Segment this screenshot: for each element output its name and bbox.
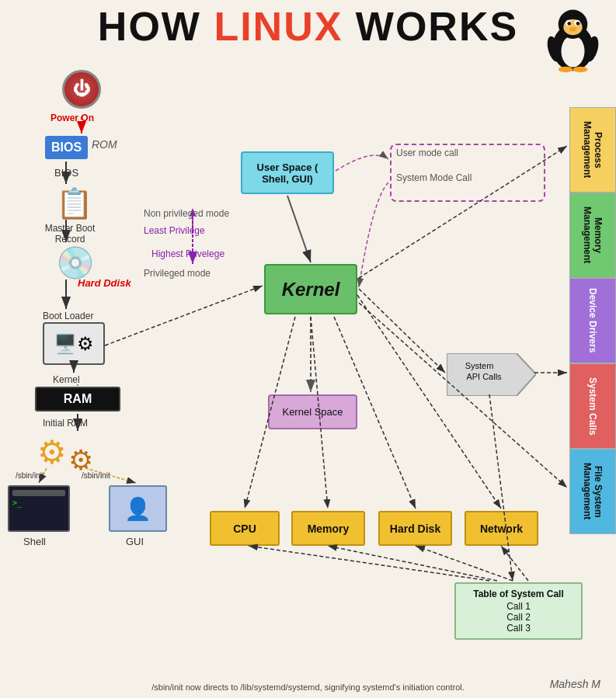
cpu-box: CPU xyxy=(210,511,280,546)
initram-label: Initial RAM xyxy=(43,418,88,429)
bios-label: BIOS xyxy=(51,141,82,155)
page-title: HOW LINUX WORKS xyxy=(0,0,616,47)
syscall-table: Table of System Call Call 1 Call 2 Call … xyxy=(454,582,583,640)
svg-point-8 xyxy=(569,27,576,32)
system-mode-call-label: System Mode Call xyxy=(396,172,472,183)
mbr-label: Master Boot Record xyxy=(43,223,97,245)
syscall-call2: Call 2 xyxy=(461,612,576,623)
svg-line-45 xyxy=(328,546,497,581)
svg-line-30 xyxy=(105,286,263,346)
non-privileged-label: Non privileged mode xyxy=(144,208,229,219)
user-space-label: User Space ( Shell, GUI) xyxy=(257,161,318,185)
right-sidebar: Process Management Memory Management Dev… xyxy=(569,107,616,534)
svg-point-6 xyxy=(567,22,571,26)
sidebar-filesystem-management: File System Management xyxy=(569,449,616,534)
main-container: HOW LINUX WORKS ⏻ xyxy=(0,0,616,698)
sidebar-system-calls: System Calls xyxy=(569,363,616,449)
cpu-label: CPU xyxy=(233,523,256,535)
title-linux: LINUX xyxy=(214,4,343,49)
kernel-box: Kernel xyxy=(264,264,357,314)
highest-privilege-label: Highest Privelege xyxy=(151,248,224,259)
memory-label: Memory xyxy=(308,523,350,535)
user-mode-call-label: User mode call xyxy=(396,148,458,158)
syscall-call3: Call 3 xyxy=(461,623,576,634)
shell-label: Shell xyxy=(23,536,46,547)
gear-left-icon: ⚙ xyxy=(37,433,67,471)
title-suffix: WORKS xyxy=(343,4,518,49)
gui-box: 👤 xyxy=(109,485,167,532)
ram-icon: RAM xyxy=(35,387,120,412)
tux-penguin xyxy=(544,4,602,74)
bootloader-icon: 🖥️⚙ xyxy=(43,322,105,365)
sbin-init-right-label: /sbin/init xyxy=(82,471,110,480)
syscall-call1: Call 1 xyxy=(461,601,576,612)
svg-line-46 xyxy=(416,546,513,581)
hdd-label: Hard Ddisk xyxy=(78,277,131,289)
kernel-center-label: Kernel xyxy=(282,279,340,300)
svg-point-7 xyxy=(576,22,580,26)
device-drivers-label: Device Drivers xyxy=(587,288,598,352)
memory-mgmt-label: Memory Management xyxy=(582,193,604,277)
terminal-content: >_ xyxy=(12,498,65,507)
svg-text:API Calls: API Calls xyxy=(466,372,502,381)
mbr-icon: 📋 xyxy=(56,186,92,221)
kernel-space-label: Kernel Space xyxy=(282,406,343,418)
power-symbol: ⏻ xyxy=(73,79,90,99)
mbr-text: Master Boot Record xyxy=(45,223,96,245)
svg-line-47 xyxy=(501,546,528,581)
process-mgmt-label: Process Management xyxy=(582,108,604,192)
gui-label: GUI xyxy=(126,536,144,547)
svg-line-36 xyxy=(359,289,445,373)
sidebar-memory-management: Memory Management xyxy=(569,193,616,278)
power-icon: ⏻ xyxy=(62,70,101,109)
author-signature: Mahesh M xyxy=(550,678,600,690)
rom-label: ROM xyxy=(92,138,117,151)
power-on-label: Power On xyxy=(50,113,94,123)
svg-line-34 xyxy=(287,196,311,262)
terminal-bar xyxy=(12,490,65,496)
bootloader-label: Boot Loader xyxy=(43,311,93,321)
title-prefix: HOW xyxy=(98,4,214,49)
network-box: Network xyxy=(465,511,538,546)
memory-box: Memory xyxy=(291,511,365,546)
least-privilege-label: Least Privilege xyxy=(144,225,205,236)
harddisk-label: Hard Disk xyxy=(390,523,440,535)
kernel-space-box: Kernel Space xyxy=(268,394,357,429)
bios-box: BIOS xyxy=(45,136,88,159)
hdd-icon: 💿 xyxy=(56,245,95,281)
syscall-table-title: Table of System Call xyxy=(461,589,576,599)
svg-point-10 xyxy=(573,67,588,73)
shell-terminal: >_ xyxy=(8,485,70,532)
bios-text-label: BIOS xyxy=(54,167,78,179)
svg-point-9 xyxy=(559,67,573,73)
svg-point-1 xyxy=(562,35,585,67)
svg-line-41 xyxy=(357,295,501,509)
svg-line-48 xyxy=(489,394,513,581)
harddisk-box: Hard Disk xyxy=(378,511,452,546)
sbin-init-left-label: /sbin/init xyxy=(16,471,44,480)
footer-note-text: /sbin/init now directs to /lib/systemd/s… xyxy=(151,682,465,692)
filesystem-mgmt-label: File System Management xyxy=(582,450,604,533)
svg-text:System: System xyxy=(465,361,494,370)
network-label: Network xyxy=(480,523,523,535)
api-calls-shape: System API Calls xyxy=(447,353,536,396)
sidebar-device-drivers: Device Drivers xyxy=(569,278,616,363)
sidebar-process-management: Process Management xyxy=(569,107,616,193)
svg-line-44 xyxy=(249,546,489,581)
footer-note: /sbin/init now directs to /lib/systemd/s… xyxy=(8,682,608,692)
kernel-left-label: Kernel xyxy=(53,374,80,385)
system-calls-label: System Calls xyxy=(587,377,598,436)
user-space-box: User Space ( Shell, GUI) xyxy=(241,151,334,194)
privileged-mode-label: Privileged mode xyxy=(144,268,211,279)
ram-label: RAM xyxy=(64,392,92,406)
